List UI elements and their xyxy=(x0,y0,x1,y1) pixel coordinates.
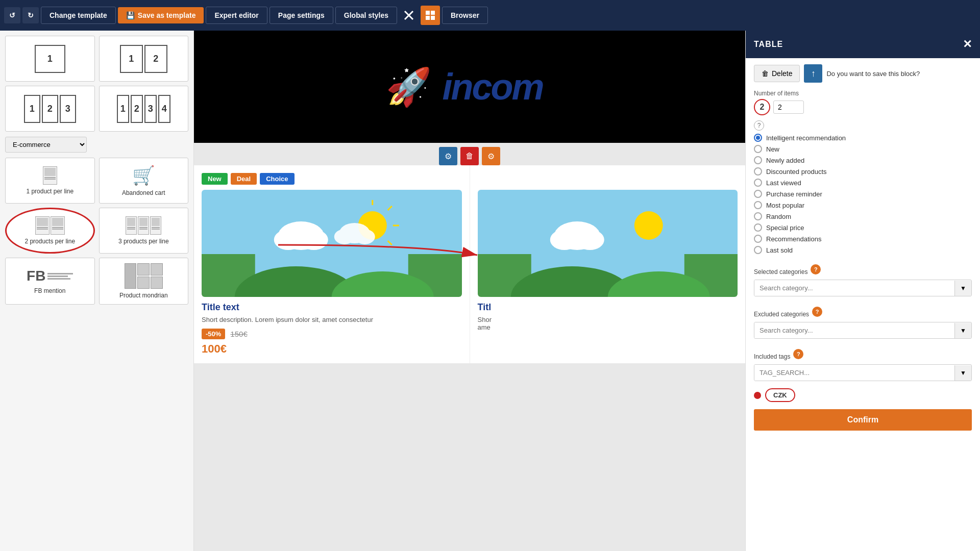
mini-product-img xyxy=(127,218,135,226)
radio-newly-added[interactable]: Newly added xyxy=(754,156,972,164)
mini-product xyxy=(35,216,50,235)
radio-new-label: New xyxy=(766,145,779,153)
selected-categories-help[interactable]: ? xyxy=(811,264,821,274)
mini-line xyxy=(52,227,63,228)
panel-actions: 🗑 Delete ↑ Do you want to save this bloc… xyxy=(754,64,972,83)
radio-random[interactable]: Random xyxy=(754,212,972,220)
svg-rect-5 xyxy=(431,16,435,20)
badge-new: New xyxy=(202,173,228,185)
right-panel: TABLE ✕ 🗑 Delete ↑ Do you want to save t… xyxy=(745,31,980,551)
layout-4col[interactable]: 1 2 3 4 xyxy=(99,86,189,132)
fb-line xyxy=(47,276,68,277)
template-mondrian[interactable]: Product mondrian xyxy=(99,258,189,305)
radio-recommendations[interactable]: Recommendations xyxy=(754,235,972,243)
layout-box: 2 xyxy=(144,45,167,73)
layout-box: 4 xyxy=(158,95,170,123)
incom-logo: incom xyxy=(432,62,553,112)
radio-last-sold[interactable]: Last sold xyxy=(754,246,972,254)
included-tags-input[interactable] xyxy=(754,365,954,381)
radio-last-viewed[interactable]: Last viewed xyxy=(754,179,972,187)
radio-discounted[interactable]: Discounted products xyxy=(754,167,972,176)
mini-line xyxy=(37,229,48,230)
selected-categories-arrow[interactable]: ▼ xyxy=(954,281,971,296)
badge-new-2: New xyxy=(478,173,504,185)
radio-special-price[interactable]: Special price xyxy=(754,223,972,232)
mini-product-lines xyxy=(36,227,49,230)
number-circle: 2 xyxy=(754,99,770,115)
radio-last-viewed-input xyxy=(754,179,762,187)
radio-most-popular-label: Most popular xyxy=(766,202,804,209)
mini-line xyxy=(152,229,160,230)
product-card-2: New Titl Sho xyxy=(470,165,746,363)
number-input[interactable] xyxy=(773,101,804,114)
template-fb-mention[interactable]: FB FB mention xyxy=(5,258,95,305)
included-tags-arrow[interactable]: ▼ xyxy=(954,365,971,381)
3products-preview xyxy=(126,216,161,235)
delete-control[interactable]: 🗑 xyxy=(460,147,479,165)
radio-random-input xyxy=(754,212,762,220)
excluded-categories-input[interactable] xyxy=(754,322,954,338)
selected-categories-input[interactable] xyxy=(754,280,954,296)
panel-close-button[interactable]: ✕ xyxy=(963,38,972,51)
layout-box: 2 xyxy=(131,95,143,123)
fb-line xyxy=(47,278,70,280)
browser-button[interactable]: Browser xyxy=(442,7,488,24)
save-template-button[interactable]: 💾 Save as template xyxy=(118,7,204,23)
radio-recommendations-input xyxy=(754,235,762,243)
global-styles-button[interactable]: Global styles xyxy=(335,7,397,24)
settings-control[interactable]: ⚙ xyxy=(439,147,457,165)
radio-intelligent[interactable]: Intelligent recommendation xyxy=(754,134,972,142)
excluded-categories-arrow[interactable]: ▼ xyxy=(954,323,971,338)
filter-select-wrapper: E-commerce Basic Advanced xyxy=(5,137,188,153)
filter-select[interactable]: E-commerce Basic Advanced xyxy=(5,137,87,153)
mini-line xyxy=(44,179,56,180)
config-control[interactable]: ⚙ xyxy=(482,147,500,165)
fb-line xyxy=(47,273,73,274)
1product-preview xyxy=(43,166,57,185)
change-template-button[interactable]: Change template xyxy=(41,7,116,24)
page-settings-button[interactable]: Page settings xyxy=(270,7,333,24)
products-row: New Deal Choice xyxy=(194,165,745,363)
radio-last-viewed-label: Last viewed xyxy=(766,179,801,187)
included-tags-help[interactable]: ? xyxy=(793,349,803,359)
layout-3col[interactable]: 1 2 3 xyxy=(5,86,95,132)
radio-new[interactable]: New xyxy=(754,145,972,153)
layout-2col-preview: 1 2 xyxy=(120,45,167,73)
radio-purchase-reminder[interactable]: Purchase reminder xyxy=(754,190,972,198)
layout-box: 1 xyxy=(120,45,143,73)
excluded-categories-help[interactable]: ? xyxy=(812,307,822,317)
expert-editor-button[interactable]: Expert editor xyxy=(206,7,267,24)
template-abandoned-cart[interactable]: 🛒 Abandoned cart xyxy=(99,158,189,204)
layout-2col[interactable]: 1 2 xyxy=(99,36,189,82)
mini-product-img xyxy=(44,168,56,176)
svg-rect-3 xyxy=(431,11,435,15)
undo-button[interactable]: ↺ xyxy=(4,7,20,23)
redo-button[interactable]: ↻ xyxy=(22,7,39,23)
layout-1col[interactable]: 1 xyxy=(5,36,95,82)
mondrian-cell xyxy=(137,263,150,276)
template-2products[interactable]: 2 products per line xyxy=(5,208,95,254)
svg-rect-2 xyxy=(426,11,430,15)
template-abandoned-cart-label: Abandoned cart xyxy=(122,189,165,196)
product-title-1: Title text xyxy=(202,302,462,313)
confirm-button[interactable]: Confirm xyxy=(754,409,972,431)
radio-most-popular[interactable]: Most popular xyxy=(754,201,972,209)
selected-categories-dropdown: ▼ xyxy=(754,280,972,296)
help-icon[interactable]: ? xyxy=(754,120,764,131)
mini-product-lines xyxy=(43,177,57,180)
radio-random-label: Random xyxy=(766,213,791,220)
radio-recommendations-label: Recommendations xyxy=(766,235,821,243)
mini-line xyxy=(37,227,48,228)
delete-button[interactable]: 🗑 Delete xyxy=(754,65,800,82)
upload-button[interactable]: ↑ xyxy=(804,64,822,83)
template-1product[interactable]: 1 product per line xyxy=(5,158,95,204)
grid-icon xyxy=(421,6,440,25)
radio-special-price-label: Special price xyxy=(766,224,804,232)
svg-point-16 xyxy=(300,230,328,250)
cart-icon: 🛒 xyxy=(132,165,155,186)
x-icon xyxy=(399,6,419,25)
included-tags-dropdown: ▼ xyxy=(754,364,972,381)
template-3products[interactable]: 3 products per line xyxy=(99,208,189,254)
mini-product xyxy=(51,216,65,235)
radio-purchase-reminder-input xyxy=(754,190,762,198)
